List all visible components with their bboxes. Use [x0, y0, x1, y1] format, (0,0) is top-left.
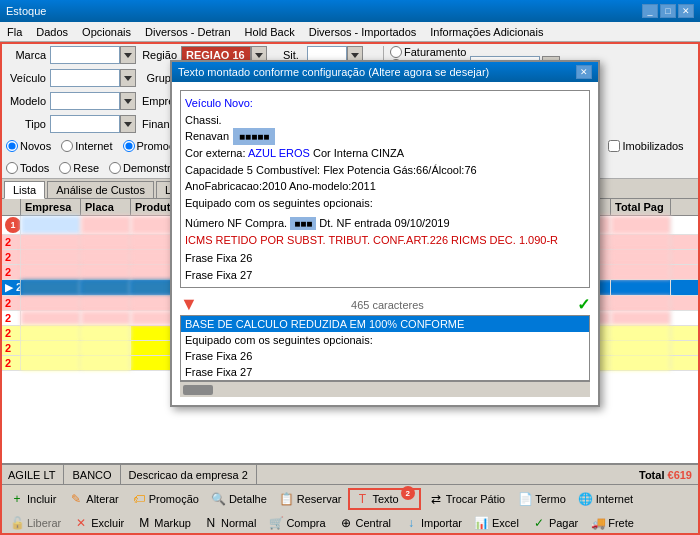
menu-diversos-importados[interactable]: Diversos - Importados	[306, 25, 420, 39]
total-label: Total	[639, 469, 664, 481]
menu-fla[interactable]: Fla	[4, 25, 25, 39]
marca-label: Marca	[6, 49, 46, 61]
imobilizados-label: Imobilizados	[622, 140, 683, 152]
radio-faturamento[interactable]: Faturamento	[390, 46, 466, 58]
excluir-icon: ✕	[73, 515, 89, 531]
menu-dados[interactable]: Dados	[33, 25, 71, 39]
cell-placa: PLC	[81, 250, 131, 264]
header-empresa: Empresa	[21, 199, 81, 215]
modal-close-button[interactable]: ✕	[576, 65, 592, 79]
cell-placa: PLC	[81, 356, 131, 370]
tipo-input[interactable]	[50, 115, 120, 133]
list-item[interactable]: Frase Fixa 27	[181, 364, 589, 380]
marca-input[interactable]	[50, 46, 120, 64]
toolbar-bottom: + Incluir ✎ Alterar 🏷 Promoção 🔍 Detalhe…	[0, 484, 700, 532]
cell-placa: PLC	[81, 341, 131, 355]
normal-button[interactable]: N Normal	[198, 512, 261, 534]
close-button[interactable]: ✕	[678, 4, 694, 18]
cb-rese[interactable]: Rese	[59, 162, 99, 174]
tab-lista[interactable]: Lista	[4, 181, 45, 199]
incluir-button[interactable]: + Incluir	[4, 488, 61, 510]
texto-label: Texto	[372, 493, 398, 505]
importar-button[interactable]: ↓ Importar	[398, 512, 467, 534]
marca-row: Marca	[6, 46, 136, 64]
cell-num: 1	[1, 216, 21, 234]
detalhe-button[interactable]: 🔍 Detalhe	[206, 488, 272, 510]
central-icon: ⊕	[338, 515, 354, 531]
modal-list[interactable]: BASE DE CALCULO REDUZIDA EM 100% CONFORM…	[180, 315, 590, 381]
excluir-label: Excluir	[91, 517, 124, 529]
modal-line9: Número NF Compra.	[185, 217, 287, 229]
minimize-button[interactable]: _	[642, 4, 658, 18]
header-placa: Placa	[81, 199, 131, 215]
cell-placa: PLACA	[81, 216, 131, 234]
frete-button[interactable]: 🚚 Frete	[585, 512, 639, 534]
promocao-label: Promoção	[149, 493, 199, 505]
cell-empresa: EMP	[21, 296, 81, 310]
modal-line6: AnoFabricacao:2010 Ano-modelo:2011	[185, 178, 585, 195]
liberar-button[interactable]: 🔓 Liberar	[4, 512, 66, 534]
internet-button[interactable]: 🌐 Internet	[573, 488, 638, 510]
modal-dialog: Texto montado conforme configuração (Alt…	[170, 60, 600, 407]
compra-button[interactable]: 🛒 Compra	[263, 512, 330, 534]
cell-placa: PLC	[81, 296, 131, 310]
modal-cor-value1: AZUL EROS	[248, 147, 310, 159]
pagar-label: Pagar	[549, 517, 578, 529]
modal-scrollbar-horizontal[interactable]	[180, 381, 590, 397]
cb-imobilizados[interactable]: Imobilizados	[608, 140, 683, 152]
novos-label: Novos	[20, 140, 51, 152]
cell-total: TOT	[611, 311, 671, 325]
modelo-input[interactable]	[50, 92, 120, 110]
markup-button[interactable]: M Markup	[131, 512, 196, 534]
tipo-dropdown[interactable]	[120, 115, 136, 133]
promocao-button[interactable]: 🏷 Promoção	[126, 488, 204, 510]
tab-analise[interactable]: Análise de Custos	[47, 181, 154, 198]
header-total: Total Pag	[611, 199, 671, 215]
list-item[interactable]: Equipado com os seguintes opcionais:	[181, 332, 589, 348]
cell-placa: PLC	[81, 311, 131, 325]
excluir-button[interactable]: ✕ Excluir	[68, 512, 129, 534]
window-title: Estoque	[6, 5, 46, 17]
detalhe-icon: 🔍	[211, 491, 227, 507]
modal-title: Texto montado conforme configuração (Alt…	[178, 66, 489, 78]
termo-label: Termo	[535, 493, 566, 505]
cell-placa: PLC	[81, 326, 131, 340]
cell-placa: PLC	[81, 280, 131, 295]
menu-hold-back[interactable]: Hold Back	[242, 25, 298, 39]
veiculo-input[interactable]	[50, 69, 120, 87]
central-button[interactable]: ⊕ Central	[333, 512, 396, 534]
alterar-button[interactable]: ✎ Alterar	[63, 488, 123, 510]
cb-internet[interactable]: Internet	[61, 140, 112, 152]
cb-todos2[interactable]: Todos	[6, 162, 49, 174]
cell-empresa: EMP	[21, 250, 81, 264]
status-bar: AGILE LT BANCO Descricao da empresa 2 To…	[0, 464, 700, 484]
cell-num: 2	[1, 235, 21, 249]
scroll-thumb[interactable]	[183, 385, 213, 395]
cell-num: 2	[1, 265, 21, 279]
menu-diversos-detran[interactable]: Diversos - Detran	[142, 25, 234, 39]
char-label: caracteres	[372, 299, 423, 311]
modelo-dropdown[interactable]	[120, 92, 136, 110]
pagar-button[interactable]: ✓ Pagar	[526, 512, 583, 534]
termo-button[interactable]: 📄 Termo	[512, 488, 571, 510]
marca-dropdown[interactable]	[120, 46, 136, 64]
modal-line2: Chassi.	[185, 114, 222, 126]
check-icon[interactable]: ✓	[577, 295, 590, 314]
cb-novos[interactable]: Novos	[6, 140, 51, 152]
menu-informacoes[interactable]: Informações Adicionais	[427, 25, 546, 39]
compra-icon: 🛒	[268, 515, 284, 531]
list-item[interactable]: BASE DE CALCULO REDUZIDA EM 100% CONFORM…	[181, 316, 589, 332]
excel-button[interactable]: 📊 Excel	[469, 512, 524, 534]
reservar-button[interactable]: 📋 Reservar	[274, 488, 347, 510]
modal-controls-row: ▼ 465 caracteres ✓	[180, 294, 590, 315]
veiculo-dropdown[interactable]	[120, 69, 136, 87]
texto-button[interactable]: T Texto 2	[348, 488, 420, 510]
list-item[interactable]: Frase Fixa 26	[181, 348, 589, 364]
modelo-row: Modelo	[6, 92, 136, 110]
modal-line13: Frase Fixa 27	[185, 267, 585, 284]
cell-empresa: EMP	[21, 235, 81, 249]
modal-renavan-value: ■■■■■	[233, 128, 275, 145]
maximize-button[interactable]: □	[660, 4, 676, 18]
trocar-patio-button[interactable]: ⇄ Trocar Pátio	[423, 488, 511, 510]
menu-opcionais[interactable]: Opcionais	[79, 25, 134, 39]
